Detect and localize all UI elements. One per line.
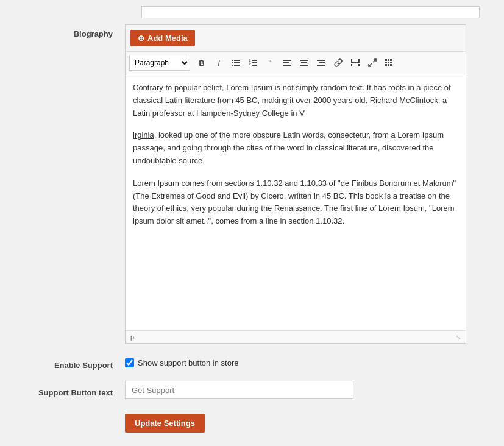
biography-editor-container: ⊕ Add Media Paragraph Heading 1 Heading … xyxy=(125,24,466,344)
svg-rect-2 xyxy=(232,62,233,63)
svg-rect-14 xyxy=(283,65,291,66)
update-settings-spacer xyxy=(12,414,125,419)
editor-paragraph-2: irginia, looked up one of the more obscu… xyxy=(133,129,458,167)
checkbox-row: Show support button in store xyxy=(125,358,466,367)
status-tag: p xyxy=(130,333,134,341)
svg-rect-7 xyxy=(252,60,257,61)
enable-support-control: Show support button in store xyxy=(125,358,466,367)
kitchen-sink-button[interactable] xyxy=(382,55,397,71)
horizontal-rule-button[interactable] xyxy=(347,55,363,71)
editor-paragraph-3: Lorem Ipsum comes from sections 1.10.32 … xyxy=(133,177,458,228)
svg-rect-17 xyxy=(300,65,308,66)
svg-rect-5 xyxy=(234,65,240,66)
svg-rect-34 xyxy=(385,64,387,66)
svg-rect-28 xyxy=(385,59,387,61)
underline-text: irginia xyxy=(133,130,154,140)
ordered-list-button[interactable]: 1.2.3. xyxy=(245,55,261,71)
svg-rect-19 xyxy=(319,62,325,63)
svg-rect-11 xyxy=(252,65,257,66)
svg-rect-36 xyxy=(390,64,392,66)
svg-rect-32 xyxy=(388,62,389,63)
svg-rect-1 xyxy=(234,60,240,61)
svg-rect-13 xyxy=(283,62,289,63)
support-button-text-label: Support Button text xyxy=(12,383,125,397)
blockquote-button[interactable]: " xyxy=(262,55,278,71)
fullscreen-button[interactable] xyxy=(364,55,380,71)
svg-rect-20 xyxy=(317,65,325,66)
svg-text:3.: 3. xyxy=(249,63,251,67)
svg-rect-22 xyxy=(351,59,352,62)
svg-rect-15 xyxy=(300,60,308,61)
biography-label: Biography xyxy=(12,24,125,38)
add-media-bar: ⊕ Add Media xyxy=(126,25,466,52)
page-container: Biography ⊕ Add Media Paragraph Heading … xyxy=(0,0,504,446)
enable-support-checkbox[interactable] xyxy=(125,358,134,367)
enable-support-label: Enable Support xyxy=(12,356,125,370)
paragraph-select[interactable]: Paragraph Heading 1 Heading 2 Heading 3 … xyxy=(129,55,190,71)
top-textarea[interactable] xyxy=(141,6,480,18)
svg-rect-25 xyxy=(358,64,360,66)
biography-row: Biography ⊕ Add Media Paragraph Heading … xyxy=(12,24,492,344)
enable-support-checkbox-label[interactable]: Show support button in store xyxy=(138,358,239,367)
svg-rect-33 xyxy=(390,62,392,63)
svg-rect-35 xyxy=(388,64,389,66)
svg-rect-9 xyxy=(252,62,257,63)
support-button-text-control xyxy=(125,381,466,399)
svg-rect-21 xyxy=(351,62,360,63)
support-button-text-input[interactable] xyxy=(125,381,353,399)
svg-rect-12 xyxy=(283,60,291,61)
link-button[interactable] xyxy=(330,55,346,71)
svg-rect-18 xyxy=(317,60,325,61)
support-button-text-row: Support Button text xyxy=(12,381,492,399)
bold-button[interactable]: B xyxy=(194,55,210,71)
top-textarea-row xyxy=(12,6,492,18)
resize-handle: ⤡ xyxy=(456,334,461,341)
align-left-button[interactable] xyxy=(279,55,295,71)
align-right-button[interactable] xyxy=(313,55,329,71)
editor-status-bar: p ⤡ xyxy=(126,330,466,343)
svg-rect-29 xyxy=(388,59,389,61)
svg-rect-24 xyxy=(358,59,360,62)
svg-rect-16 xyxy=(301,62,307,63)
svg-rect-30 xyxy=(390,59,392,61)
media-icon: ⊕ xyxy=(138,34,144,43)
update-settings-button[interactable]: Update Settings xyxy=(125,414,205,433)
svg-rect-4 xyxy=(232,65,233,66)
update-settings-control: Update Settings xyxy=(125,414,466,433)
align-center-button[interactable] xyxy=(296,55,312,71)
svg-rect-3 xyxy=(234,62,240,63)
editor-body[interactable]: Contrary to popular belief, Lorem Ipsum … xyxy=(126,74,466,330)
editor-toolbar: Paragraph Heading 1 Heading 2 Heading 3 … xyxy=(126,52,466,74)
editor-paragraph-1: Contrary to popular belief, Lorem Ipsum … xyxy=(133,82,458,119)
enable-support-row: Enable Support Show support button in st… xyxy=(12,356,492,370)
unordered-list-button[interactable] xyxy=(228,55,244,71)
update-settings-row: Update Settings xyxy=(12,414,492,433)
editor-container: ⊕ Add Media Paragraph Heading 1 Heading … xyxy=(125,24,466,344)
add-media-button[interactable]: ⊕ Add Media xyxy=(130,30,195,46)
svg-rect-0 xyxy=(232,60,233,61)
svg-rect-31 xyxy=(385,62,387,63)
italic-button[interactable]: I xyxy=(211,55,227,71)
svg-rect-23 xyxy=(351,64,352,66)
